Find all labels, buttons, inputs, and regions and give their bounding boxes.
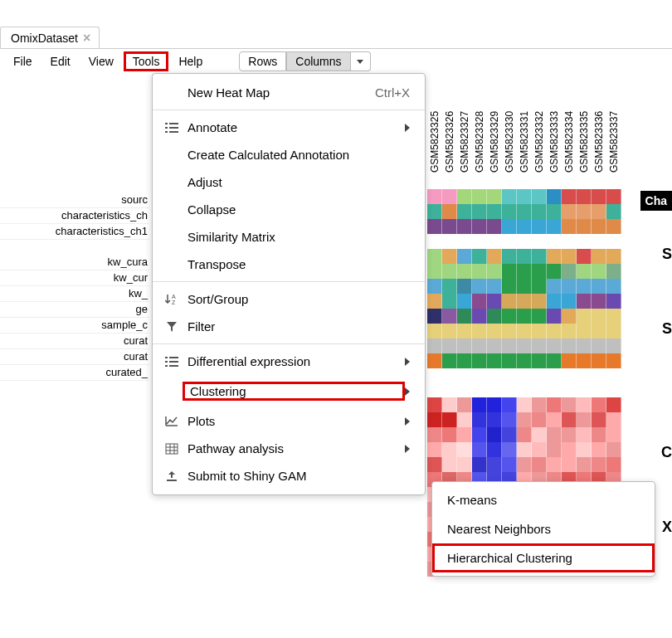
heatmap-cell: [532, 338, 547, 353]
menu-differential-expression[interactable]: Differential expression: [153, 348, 425, 375]
dataset-tab[interactable]: OmixDataset ×: [0, 27, 100, 49]
heatmap-cell: [606, 457, 621, 472]
column-label: GSM5823333: [547, 81, 562, 173]
right-letter: X: [662, 519, 672, 536]
heatmap-cell: [427, 442, 442, 457]
menu-clustering[interactable]: Clustering: [153, 375, 425, 407]
heatmap-cell: [517, 353, 532, 368]
row-label: kw_cur: [0, 270, 149, 286]
heatmap-cell: [606, 249, 621, 264]
clustering-submenu: K-means Nearest Neighbors Hierarchical C…: [431, 481, 655, 577]
heatmap-cell: [487, 324, 502, 338]
menu-sort-group[interactable]: AZ Sort/Group: [153, 285, 425, 313]
heatmap-cell: [457, 324, 472, 338]
right-badge: Cha: [640, 191, 672, 211]
chart-icon: [163, 416, 181, 427]
heatmap-cell: [427, 324, 442, 338]
heatmap-cell: [427, 279, 442, 294]
tab-title: OmixDataset: [11, 32, 78, 45]
columns-dropdown-caret[interactable]: [351, 51, 371, 71]
heatmap-cell: [487, 309, 502, 324]
heatmap-cell: [577, 294, 592, 309]
heatmap-cell: [562, 397, 577, 412]
heatmap-cell: [532, 204, 547, 219]
heatmap-cell: [606, 324, 621, 338]
heatmap-cell: [517, 204, 532, 219]
columns-button[interactable]: Columns: [286, 51, 350, 71]
heatmap-cell: [532, 353, 547, 368]
menu-create-calculated-annotation[interactable]: Create Calculated Annotation: [153, 141, 425, 168]
submenu-arrow-icon: [405, 445, 410, 453]
heatmap-cell: [457, 264, 472, 279]
heatmap-cell: [457, 457, 472, 472]
heatmap-cell: [592, 397, 606, 412]
menubar: File Edit View Tools Help Rows Columns: [0, 48, 672, 74]
column-label: GSM5823328: [472, 81, 487, 173]
menu-submit-shiny-gam[interactable]: Submit to Shiny GAM: [153, 462, 425, 489]
heatmap-cell: [562, 457, 577, 472]
heatmap-cell: [442, 264, 457, 279]
heatmap-cell: [472, 397, 487, 412]
heatmap-cell: [442, 249, 457, 264]
menu-plots[interactable]: Plots: [153, 407, 425, 435]
menu-similarity-matrix[interactable]: Similarity Matrix: [153, 223, 425, 251]
heatmap-cell: [532, 219, 547, 234]
menu-view[interactable]: View: [80, 51, 122, 71]
menu-edit[interactable]: Edit: [42, 51, 79, 71]
row-label: curated_: [0, 365, 149, 381]
column-label: GSM5823331: [517, 81, 532, 173]
menu-annotate[interactable]: Annotate: [153, 114, 425, 141]
heatmap-cell: [472, 427, 487, 442]
heatmap-cell: [547, 353, 562, 368]
heatmap-cell: [427, 397, 442, 412]
menu-help[interactable]: Help: [170, 51, 211, 71]
heatmap-cell: [442, 427, 457, 442]
heatmap-cell: [532, 412, 547, 427]
heatmap-cell: [442, 324, 457, 338]
menu-collapse[interactable]: Collapse: [153, 196, 425, 223]
menu-pathway-analysis[interactable]: Pathway analysis: [153, 435, 425, 462]
heatmap-cell: [427, 204, 442, 219]
menu-transpose[interactable]: Transpose: [153, 251, 425, 278]
rows-button[interactable]: Rows: [239, 51, 286, 71]
heatmap-cell: [487, 294, 502, 309]
list-icon: [163, 356, 181, 368]
close-icon[interactable]: ×: [83, 31, 90, 46]
heatmap-cell: [606, 309, 621, 324]
heatmap-cell: [427, 412, 442, 427]
heatmap-cell: [427, 249, 442, 264]
heatmap-cell: [606, 279, 621, 294]
submenu-nearest-neighbors[interactable]: Nearest Neighbors: [432, 514, 655, 543]
heatmap-cell: [606, 219, 621, 234]
heatmap-cell: [442, 457, 457, 472]
menu-adjust[interactable]: Adjust: [153, 168, 425, 196]
row-labels: sourc characteristics_ch characteristics…: [0, 192, 149, 381]
shortcut-label: Ctrl+X: [375, 85, 410, 100]
heatmap-cell: [577, 338, 592, 353]
heatmap-cell: [502, 324, 517, 338]
heatmap-cell: [472, 279, 487, 294]
heatmap-cell: [442, 412, 457, 427]
submenu-hierarchical-clustering[interactable]: Hierarchical Clustering: [432, 543, 655, 572]
heatmap-cell: [517, 338, 532, 353]
menu-file[interactable]: File: [5, 51, 41, 71]
menu-tools[interactable]: Tools: [124, 51, 169, 71]
heatmap-cell: [442, 219, 457, 234]
submenu-arrow-icon: [405, 124, 410, 132]
heatmap-cell: [427, 189, 442, 204]
menu-filter[interactable]: Filter: [153, 313, 425, 340]
heatmap-cell: [502, 189, 517, 204]
heatmap-cell: [577, 249, 592, 264]
heatmap-cell: [592, 353, 606, 368]
heatmap-cell: [502, 264, 517, 279]
heatmap-cell: [547, 457, 562, 472]
svg-rect-2: [165, 127, 168, 129]
heatmap-cell: [592, 442, 606, 457]
heatmap-cell: [532, 427, 547, 442]
heatmap-cell: [532, 249, 547, 264]
submenu-arrow-icon: [405, 387, 410, 396]
submenu-kmeans[interactable]: K-means: [432, 485, 655, 514]
heatmap-cell: [577, 219, 592, 234]
menu-new-heatmap[interactable]: New Heat Map Ctrl+X: [153, 79, 425, 106]
column-label: GSM5823337: [606, 81, 621, 173]
